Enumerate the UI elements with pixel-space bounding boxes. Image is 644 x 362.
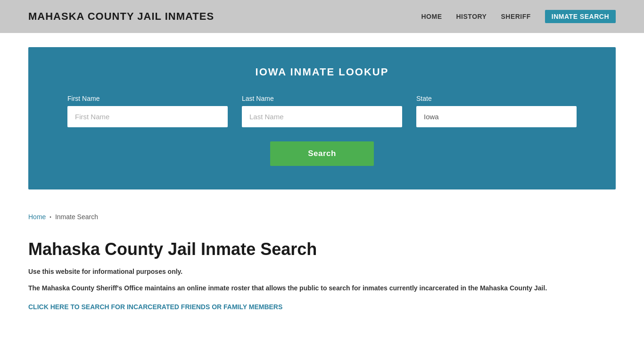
page-title: Mahaska County Jail Inmate Search <box>28 239 616 259</box>
first-name-field: First Name <box>67 95 228 127</box>
breadcrumb-current: Inmate Search <box>55 213 98 221</box>
breadcrumb-home-link[interactable]: Home <box>28 213 46 221</box>
state-label: State <box>416 95 577 102</box>
nav-item-home[interactable]: HOME <box>421 13 442 20</box>
main-nav: HOME HISTORY SHERIFF INMATE SEARCH <box>421 10 616 23</box>
site-title: MAHASKA COUNTY JAIL INMATES <box>28 10 214 23</box>
state-input[interactable] <box>416 106 577 127</box>
breadcrumb: Home • Inmate Search <box>0 204 644 230</box>
search-button[interactable]: Search <box>270 141 374 166</box>
info-text-2: The Mahaska County Sheriff's Office main… <box>28 283 616 293</box>
last-name-label: Last Name <box>242 95 402 102</box>
site-header: MAHASKA COUNTY JAIL INMATES HOME HISTORY… <box>0 0 644 33</box>
nav-item-sheriff[interactable]: SHERIFF <box>501 13 530 20</box>
nav-item-history[interactable]: HISTORY <box>456 13 487 20</box>
first-name-input[interactable] <box>67 106 228 127</box>
main-content: Mahaska County Jail Inmate Search Use th… <box>0 230 644 330</box>
form-row: First Name Last Name State <box>57 95 587 127</box>
info-text-1: Use this website for informational purpo… <box>28 268 616 275</box>
click-here-link[interactable]: CLICK HERE to Search for Incarcerated Fr… <box>28 303 282 311</box>
state-field: State <box>416 95 577 127</box>
last-name-field: Last Name <box>242 95 402 127</box>
nav-item-inmate-search[interactable]: INMATE SEARCH <box>545 10 616 23</box>
search-btn-row: Search <box>57 141 587 166</box>
last-name-input[interactable] <box>242 106 402 127</box>
inmate-lookup-section: IOWA INMATE LOOKUP First Name Last Name … <box>28 47 616 189</box>
first-name-label: First Name <box>67 95 228 102</box>
breadcrumb-separator: • <box>50 214 51 220</box>
lookup-title: IOWA INMATE LOOKUP <box>57 66 587 78</box>
